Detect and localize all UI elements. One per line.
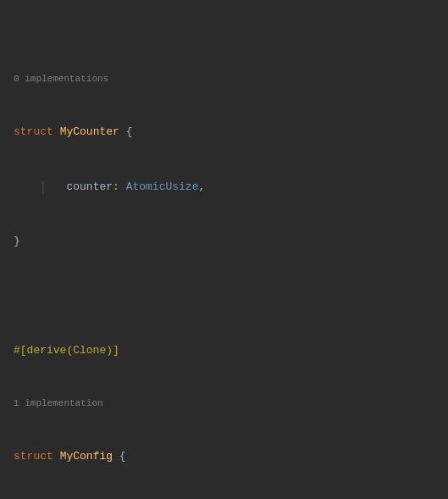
struct-mycounter-line: struct MyCounter { bbox=[14, 123, 434, 141]
counter-field-line: │ counter: AtomicUsize, bbox=[14, 178, 434, 196]
code-content: 0 implementations struct MyCounter { │ c… bbox=[0, 17, 448, 499]
meta-0-implementations: 0 implementations bbox=[14, 71, 434, 86]
close-brace-1: } bbox=[14, 232, 434, 250]
derive-attr-line: #[derive(Clone)] bbox=[14, 341, 434, 359]
code-window: 0 implementations struct MyCounter { │ c… bbox=[0, 0, 448, 499]
struct-myconfig-line: struct MyConfig { bbox=[14, 447, 434, 465]
meta-1-implementation: 1 implementation bbox=[14, 396, 434, 411]
blank-1 bbox=[14, 286, 434, 304]
